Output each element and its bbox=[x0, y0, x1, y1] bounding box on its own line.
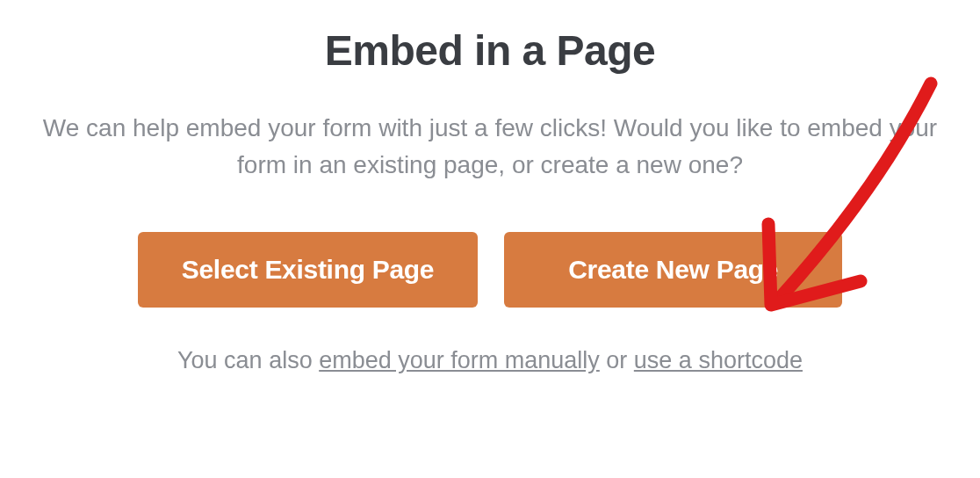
create-new-page-button[interactable]: Create New Page bbox=[504, 232, 842, 308]
use-shortcode-link[interactable]: use a shortcode bbox=[634, 347, 803, 373]
dialog-title: Embed in a Page bbox=[325, 26, 656, 75]
select-existing-page-button[interactable]: Select Existing Page bbox=[138, 232, 478, 308]
dialog-subtitle: We can help embed your form with just a … bbox=[29, 110, 951, 184]
embed-manually-link[interactable]: embed your form manually bbox=[319, 347, 600, 373]
button-row: Select Existing Page Create New Page bbox=[138, 232, 842, 308]
footer-text: You can also embed your form manually or… bbox=[177, 347, 803, 374]
footer-prefix: You can also bbox=[177, 347, 319, 373]
footer-middle: or bbox=[600, 347, 634, 373]
